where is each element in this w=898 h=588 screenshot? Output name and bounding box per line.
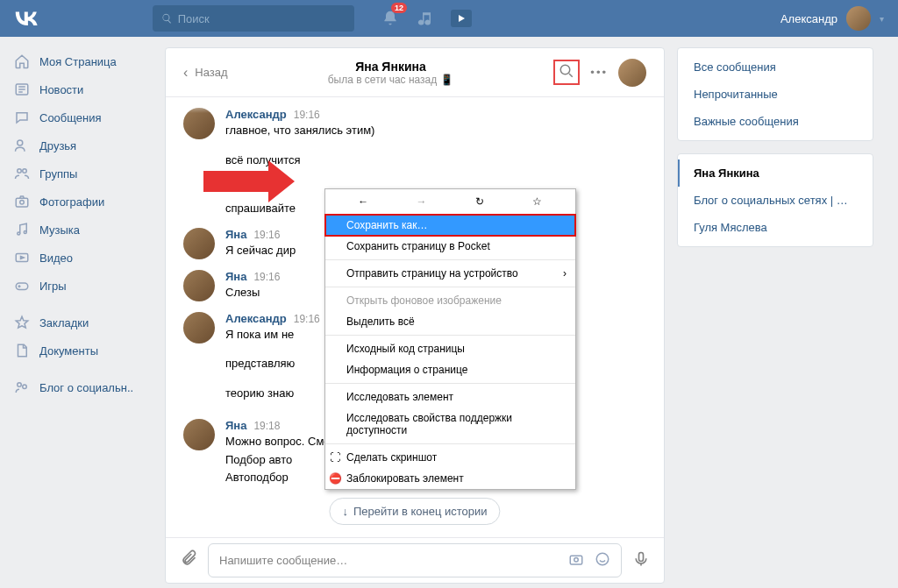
msg-avatar[interactable]: [183, 312, 215, 344]
gamepad-icon: [13, 277, 31, 294]
context-item-label: Информация о странице: [346, 364, 467, 376]
svg-point-15: [596, 553, 609, 565]
context-menu-item: Открыть фоновое изображение: [325, 290, 575, 311]
chat-title: Яна Янкина: [228, 60, 554, 74]
sidebar-item-messages[interactable]: Сообщения: [12, 103, 153, 131]
msg-name[interactable]: Яна: [225, 228, 246, 241]
context-menu-item[interactable]: Исследовать элемент: [325, 386, 575, 407]
chat-avatar[interactable]: [618, 59, 646, 87]
context-menu-item[interactable]: Исследовать свойства поддержки доступнос…: [325, 407, 575, 441]
sidebar-item-groups[interactable]: Группы: [12, 159, 153, 188]
context-menu-item[interactable]: Информация о странице: [325, 359, 575, 380]
message-input[interactable]: Напишите сообщение…: [208, 543, 622, 577]
sidebar-item-my-page[interactable]: Моя Страница: [12, 47, 153, 75]
video-play-icon[interactable]: [451, 10, 472, 27]
groups-icon: [13, 165, 31, 182]
sidebar-item-video[interactable]: Видео: [12, 244, 153, 272]
msg-avatar[interactable]: [183, 419, 215, 450]
chat-input-bar: Напишите сообщение…: [166, 537, 664, 583]
svg-point-3: [23, 169, 27, 174]
chat-search-icon[interactable]: [553, 60, 580, 85]
music-icon[interactable]: [416, 9, 435, 28]
annotation-arrow: [203, 171, 269, 192]
context-item-label: Сохранить страницу в Pocket: [346, 240, 490, 252]
username: Александр: [780, 12, 837, 25]
filters-box: Все сообщения Непрочитанные Важные сообщ…: [677, 47, 873, 141]
vk-logo[interactable]: [14, 6, 39, 31]
filter-all[interactable]: Все сообщения: [678, 53, 873, 81]
context-item-icon: ⛔: [329, 472, 341, 485]
sidebar-item-music[interactable]: Музыка: [12, 216, 153, 244]
context-menu: ← → ↻ ☆ Сохранить как…Сохранить страницу…: [324, 188, 576, 490]
attach-icon[interactable]: [180, 549, 197, 571]
nav-reload-icon[interactable]: ↻: [471, 195, 488, 208]
photo-icon[interactable]: [568, 551, 584, 570]
arrow-down-icon: ↓: [342, 505, 348, 518]
convo-item[interactable]: Яна Янкина: [678, 159, 873, 187]
chat-header: ‹ Назад Яна Янкина была в сети час назад…: [166, 48, 664, 97]
svg-rect-16: [639, 553, 644, 562]
chat-status: была в сети час назад 📱: [228, 74, 554, 86]
context-item-label: Открыть фоновое изображение: [346, 294, 502, 307]
context-item-icon: ⛶: [329, 451, 341, 464]
context-menu-item[interactable]: Отправить страницу на устройство: [325, 263, 575, 284]
sidebar-item-photos[interactable]: Фотографии: [12, 188, 153, 216]
msg-name[interactable]: Александр: [225, 312, 287, 325]
notifications-icon[interactable]: 12: [381, 9, 400, 28]
convo-item[interactable]: Блог о социальных сетях | …: [678, 187, 873, 214]
msg-name[interactable]: Александр: [225, 108, 287, 121]
svg-point-1: [18, 140, 23, 145]
svg-point-11: [23, 385, 27, 389]
msg-time: 19:16: [294, 109, 320, 121]
msg-avatar[interactable]: [183, 108, 215, 139]
avatar: [846, 6, 871, 31]
search-box[interactable]: [153, 5, 354, 32]
filter-important[interactable]: Важные сообщения: [678, 108, 873, 135]
sidebar-item-friends[interactable]: Друзья: [12, 131, 153, 159]
sidebar-item-blog[interactable]: Блог о социальн..: [12, 373, 153, 401]
back-button[interactable]: ‹ Назад: [183, 65, 228, 81]
sidebar-item-games[interactable]: Игры: [12, 272, 153, 300]
chevron-down-icon: ▾: [880, 14, 884, 24]
emoji-icon[interactable]: [595, 551, 610, 570]
user-menu[interactable]: Александр ▾: [780, 6, 884, 31]
msg-time: 19:16: [253, 229, 280, 241]
right-panel: Все сообщения Непрочитанные Важные сообщ…: [677, 47, 873, 584]
svg-rect-4: [16, 198, 28, 207]
context-menu-item[interactable]: Выделить всё: [325, 311, 575, 332]
search-input[interactable]: [178, 12, 346, 25]
context-item-label: Сохранить как…: [346, 219, 427, 231]
context-menu-item[interactable]: ⛔Заблокировать элемент: [325, 468, 575, 489]
svg-point-12: [561, 65, 571, 74]
msg-name[interactable]: Яна: [225, 270, 246, 283]
context-menu-item[interactable]: ⛶Сделать скриншот: [325, 447, 575, 468]
msg-avatar[interactable]: [183, 270, 215, 301]
svg-point-10: [18, 383, 22, 387]
sidebar-item-bookmarks[interactable]: Закладки: [12, 308, 153, 337]
jump-to-end-button[interactable]: ↓ Перейти в конец истории: [329, 498, 500, 525]
camera-icon: [13, 193, 31, 210]
msg-avatar[interactable]: [183, 228, 215, 259]
svg-point-14: [574, 558, 579, 563]
header-icons: 12: [381, 9, 472, 28]
nav-back-icon[interactable]: ←: [354, 195, 372, 208]
convo-item[interactable]: Гуля Мяслева: [678, 214, 873, 241]
svg-point-2: [18, 169, 22, 174]
notification-badge: 12: [391, 3, 407, 13]
friends-icon: [13, 137, 31, 154]
context-menu-item[interactable]: Исходный код страницы: [325, 338, 575, 359]
nav-forward-icon[interactable]: →: [412, 195, 430, 208]
star-icon: [13, 314, 31, 331]
context-menu-item[interactable]: Сохранить как…: [325, 215, 575, 236]
filter-unread[interactable]: Непрочитанные: [678, 81, 873, 108]
nav-bookmark-icon[interactable]: ☆: [529, 195, 546, 208]
voice-icon[interactable]: [632, 550, 650, 570]
context-item-label: Сделать скриншот: [346, 451, 437, 464]
more-icon[interactable]: •••: [590, 66, 608, 79]
convos-box: Яна Янкина Блог о социальных сетях | … Г…: [677, 153, 873, 247]
video-icon: [13, 249, 31, 266]
sidebar-item-documents[interactable]: Документы: [12, 337, 153, 365]
context-menu-item[interactable]: Сохранить страницу в Pocket: [325, 236, 575, 257]
msg-name[interactable]: Яна: [225, 419, 246, 432]
sidebar-item-news[interactable]: Новости: [12, 75, 153, 103]
